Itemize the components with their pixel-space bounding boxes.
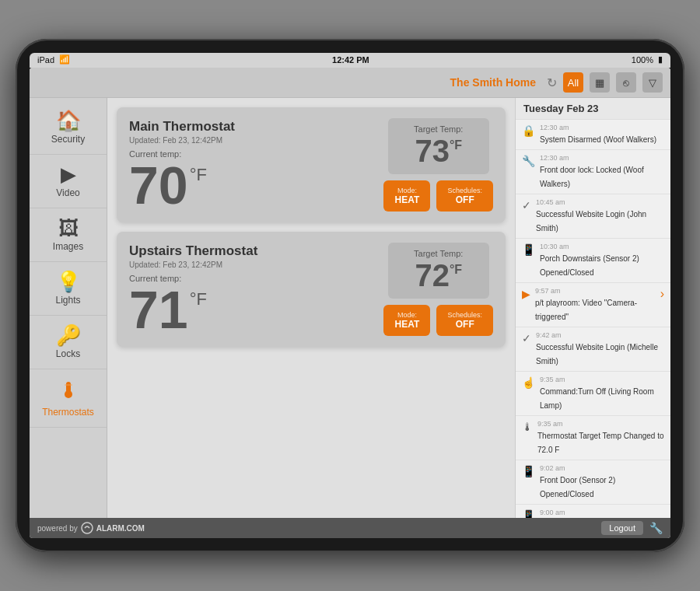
thermostat-upstairs-controls: Mode: HEAT Schedules: OFF (383, 305, 493, 336)
battery-icon: ▮ (658, 54, 663, 65)
svg-point-3 (82, 523, 93, 533)
app-header: The Smith Home ↻ All ▦ ⎋ ▽ (30, 68, 670, 98)
wifi-icon: 📶 (59, 54, 70, 65)
activity-time-4: 9:57 am (535, 287, 656, 295)
activity-text-5: Successful Website Login (Michelle Smith… (536, 343, 658, 365)
refresh-icon[interactable]: ↻ (547, 75, 557, 90)
activity-item-5: ✓ 9:42 am Successful Website Login (Mich… (516, 327, 670, 372)
thermostat-main-mode-btn[interactable]: Mode: HEAT (383, 180, 430, 212)
sidebar: 🏠 Security ▶ Video 🖼 Images 💡 Lights (30, 98, 107, 518)
app-body: 🏠 Security ▶ Video 🖼 Images 💡 Lights (30, 98, 670, 518)
activity-icon-lock: 🔒 (522, 124, 535, 137)
sidebar-item-locks[interactable]: 🔑 Locks (30, 316, 107, 369)
thermostat-main-controls: Mode: HEAT Schedules: OFF (383, 180, 493, 212)
thermostat-upstairs-schedules-btn[interactable]: Schedules: OFF (436, 305, 493, 336)
lights-icon: 💡 (56, 271, 81, 292)
activity-icon-video-4: ▶ (522, 288, 530, 300)
thermostat-upstairs-unit: °F (190, 291, 207, 308)
thermostat-main-name: Main Thermostat (129, 119, 371, 135)
footer-right: Logout 🔧 (601, 521, 663, 535)
alarm-logo-icon (81, 522, 93, 534)
activity-text-6: Command:Turn Off (Living Room Lamp) (540, 387, 654, 410)
activity-item-2: ✓ 10:45 am Successful Website Login (Joh… (516, 194, 670, 239)
activity-item-1: 🔧 12:30 am Front door lock: Locked (Woof… (516, 150, 670, 194)
activity-text-1: Front door lock: Locked (Woof Walkers) (540, 166, 644, 188)
activity-item-0: 🔒 12:30 am System Disarmed (Woof Walkers… (516, 120, 670, 150)
activity-text-0: System Disarmed (Woof Walkers) (540, 135, 656, 144)
activity-time-6: 9:35 am (540, 376, 664, 383)
thermostat-main-target-unit: °F (450, 138, 462, 152)
activity-text-8: Front Door (Sensor 2) Opened/Closed (540, 476, 615, 498)
thermostat-upstairs-updated: Updated: Feb 23, 12:42PM (129, 261, 371, 269)
activity-text-7: Thermostat Target Temp Changed to 72.0 F (537, 432, 664, 454)
thermostats-icon (58, 379, 79, 404)
thermostat-main-target-temp: 73 (415, 134, 450, 168)
activity-item-3: 📱 10:30 am Porch Downstairs (Sensor 2) O… (516, 239, 670, 283)
app-footer: powered by ALARM.COM Logout 🔧 (30, 518, 670, 538)
activity-time-1: 12:30 am (540, 154, 664, 162)
thermostat-main-unit: °F (190, 166, 207, 184)
thermostat-upstairs-mode-btn[interactable]: Mode: HEAT (383, 305, 430, 336)
thermostat-card-main: Main Thermostat Updated: Feb 23, 12:42PM… (117, 107, 506, 222)
thermostat-main-current-temp: 70 °F (129, 159, 371, 212)
sidebar-item-lights[interactable]: 💡 Lights (30, 262, 107, 316)
activity-time-7: 9:35 am (537, 420, 664, 428)
activity-icon-phone-8: 📱 (522, 465, 535, 477)
activity-time-0: 12:30 am (540, 124, 664, 131)
thermostat-main-schedules-btn[interactable]: Schedules: OFF (436, 180, 493, 212)
activity-text-2: Successful Website Login (John Smith) (536, 210, 646, 233)
settings-icon[interactable]: 🔧 (649, 522, 663, 534)
thermostat-upstairs-target-label: Target Temp: (404, 249, 474, 258)
activity-icon-phone-9: 📱 (522, 509, 535, 518)
status-time: 12:42 PM (332, 55, 369, 65)
thermostat-main-updated: Updated: Feb 23, 12:42PM (129, 136, 371, 145)
filter-all-btn[interactable]: All (563, 72, 583, 93)
brand-label: ALARM.COM (96, 524, 145, 533)
activity-item-8: 📱 9:02 am Front Door (Sensor 2) Opened/C… (516, 460, 670, 505)
activity-list: 🔒 12:30 am System Disarmed (Woof Walkers… (516, 120, 670, 518)
filter-icon: ▽ (649, 77, 656, 89)
thermostat-main-target-label: Target Temp: (404, 124, 474, 134)
grid-view-btn[interactable]: ▦ (590, 72, 610, 93)
sidebar-item-images[interactable]: 🖼 Images (30, 208, 107, 262)
logout-button[interactable]: Logout (601, 521, 643, 535)
activity-item-6: ☝ 9:35 am Command:Turn Off (Living Room … (516, 372, 670, 416)
sidebar-label-images: Images (53, 241, 83, 252)
thermostat-upstairs-name: Upstairs Thermostat (129, 243, 371, 259)
chevron-right-icon: › (660, 287, 664, 301)
activity-icon-phone-3: 📱 (522, 243, 535, 256)
sidebar-item-video[interactable]: ▶ Video (30, 155, 107, 208)
locks-icon: 🔑 (56, 325, 81, 345)
battery-label: 100% (632, 55, 653, 65)
activity-text-3: Porch Downstairs (Sensor 2) Opened/Close… (540, 254, 639, 277)
sidebar-label-video: Video (56, 187, 79, 198)
app-title: The Smith Home (450, 76, 536, 89)
home-icon: 🏠 (56, 110, 81, 131)
sidebar-label-locks: Locks (56, 348, 80, 359)
share-icon: ⎋ (623, 77, 629, 89)
activity-time-8: 9:02 am (540, 464, 664, 472)
video-icon: ▶ (61, 164, 76, 184)
sidebar-item-thermostats[interactable]: Thermostats (30, 369, 107, 428)
activity-text-4: p/t playroom: Video "Camera-triggered" (535, 299, 637, 321)
sidebar-label-security: Security (51, 134, 85, 145)
activity-date: Tuesday Feb 23 (516, 98, 670, 120)
sidebar-label-thermostats: Thermostats (42, 407, 94, 418)
share-btn[interactable]: ⎋ (616, 72, 636, 93)
activity-icon-check-5: ✓ (522, 332, 531, 344)
filter-btn[interactable]: ▽ (642, 72, 663, 93)
thermostat-upstairs-target-temp: 72 (415, 258, 450, 292)
activity-time-9: 9:00 am (540, 509, 664, 516)
svg-rect-2 (65, 384, 72, 386)
thermostat-main-target-box: Target Temp: 73 °F (388, 118, 489, 174)
sidebar-item-security[interactable]: 🏠 Security (30, 101, 107, 155)
thermostat-card-upstairs: Upstairs Thermostat Updated: Feb 23, 12:… (117, 232, 506, 347)
activity-item-9: 📱 9:00 am (516, 505, 670, 518)
activity-icon-wrench: 🔧 (522, 155, 535, 167)
thermostat-upstairs-target-box: Target Temp: 72 °F (388, 243, 489, 299)
activity-icon-check-2: ✓ (522, 199, 531, 212)
activity-icon-finger-6: ☝ (522, 376, 535, 389)
footer-powered-by: powered by ALARM.COM (37, 522, 145, 534)
images-icon: 🖼 (58, 218, 79, 238)
grid-icon: ▦ (595, 77, 604, 89)
